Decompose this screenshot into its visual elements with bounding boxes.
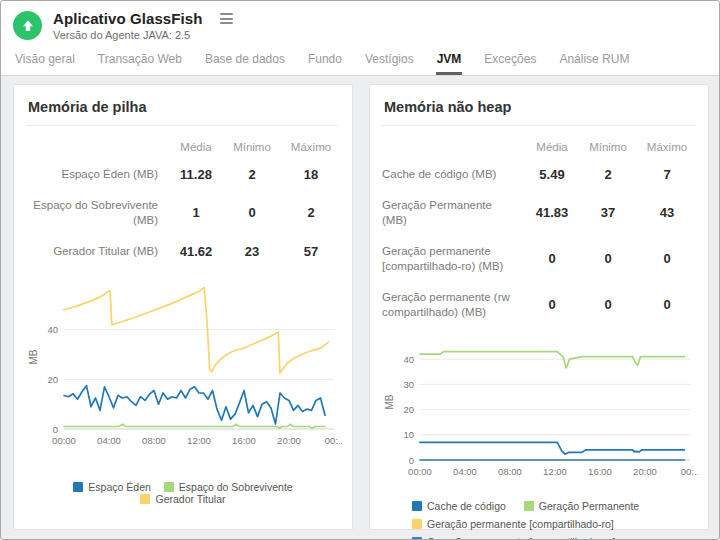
cell-value: 11.28 [170,167,222,182]
app-window: Aplicativo GlassFish Versão do Agente JA… [0,0,720,540]
cell-value: 0 [582,297,634,312]
cell-value: 2 [282,205,340,220]
tab-transa-o-web[interactable]: Transação Web [97,48,183,75]
cell-value: 0 [638,251,696,266]
nonheap-memory-table: MédiaMínimoMáximoCache de código (MB)5.4… [382,134,696,328]
nonheap-chart-legend: Cache de códigoGeração PermanenteGeração… [412,500,696,540]
legend-item[interactable]: Espaço Éden [73,481,150,493]
app-titles: Aplicativo GlassFish Versão do Agente JA… [53,10,235,41]
row-label: Cache de código (MB) [382,159,522,190]
cell-value: 0 [582,251,634,266]
legend-swatch [412,501,422,511]
tab-vest-gios[interactable]: Vestígios [364,48,415,75]
cell-value: 0 [226,205,278,220]
tab-exce-es[interactable]: Exceções [483,48,537,75]
svg-text:00:00: 00:00 [52,435,76,446]
app-brand: Aplicativo GlassFish Versão do Agente JA… [13,10,707,41]
svg-text:20:00: 20:00 [633,466,657,477]
tab-bar: Visão geralTransação WebBase de dadosFun… [13,48,707,75]
svg-text:40: 40 [403,353,414,364]
legend-item[interactable]: Geração Permanente [524,500,639,512]
page-title: Aplicativo GlassFish [53,10,203,27]
legend-item[interactable]: Espaço do Sobrevivente [164,481,293,493]
legend-label: Cache de código [427,500,506,512]
legend-swatch [73,482,83,492]
tab-fundo[interactable]: Fundo [307,48,343,75]
svg-text:00:..: 00:.. [681,466,698,477]
nonheap-memory-chart: 01020304000:0004:0008:0012:0016:0020:000… [382,338,698,484]
cell-value: 2 [226,167,278,182]
svg-text:30: 30 [403,378,414,389]
column-header: Média [526,134,578,159]
legend-label: Geração permanente [compartilhado-ro] [427,518,614,530]
row-label: Gerador Titular (MB) [26,236,166,267]
heap-memory-panel: Memória de pilha MédiaMínimoMáximoEspaço… [13,84,353,530]
cell-value: 5.49 [526,167,578,182]
svg-text:10: 10 [403,429,414,440]
svg-text:00:..: 00:.. [325,435,342,446]
svg-text:08:00: 08:00 [142,435,166,446]
cell-value: 41.83 [526,205,578,220]
legend-item[interactable]: Geração permanente [compartilhado-ro] [412,518,614,530]
legend-item[interactable]: Gerador Titular [140,493,225,505]
legend-item[interactable]: Geração permanente [compartilhado-rw] [412,536,616,540]
svg-text:MB: MB [384,394,395,409]
tab-base-de-dados[interactable]: Base de dados [204,48,286,75]
legend-label: Espaço do Sobrevivente [179,481,293,493]
column-header: Média [170,134,222,159]
heap-memory-table: MédiaMínimoMáximoEspaço Éden (MB)11.2821… [26,134,340,267]
svg-text:04:00: 04:00 [453,466,477,477]
arrow-up-icon [20,18,36,34]
cell-value: 0 [638,297,696,312]
svg-text:00:00: 00:00 [408,466,432,477]
svg-text:12:00: 12:00 [187,435,211,446]
legend-label: Geração Permanente [539,500,639,512]
row-label: Geração Permanente (MB) [382,190,522,236]
row-label: Espaço Éden (MB) [26,159,166,190]
svg-text:20: 20 [47,374,58,385]
svg-text:20: 20 [403,404,414,415]
legend-item[interactable]: Cache de código [412,500,506,512]
cell-value: 23 [226,244,278,259]
svg-text:MB: MB [28,349,39,364]
cell-value: 41.62 [170,244,222,259]
row-label: Geração permanente [compartilhado-ro) (M… [382,236,522,282]
cell-value: 18 [282,167,340,182]
cell-value: 1 [170,205,222,220]
svg-text:0: 0 [53,423,58,434]
tab-an-lise-rum[interactable]: Análise RUM [558,48,630,75]
tab-vis-o-geral[interactable]: Visão geral [14,48,76,75]
table-corner [26,140,166,153]
panel-title: Memória de pilha [26,97,340,126]
legend-swatch [412,537,422,540]
legend-label: Gerador Titular [155,493,225,505]
heap-memory-chart: 0204000:0004:0008:0012:0016:0020:0000:..… [26,277,342,453]
panel-title: Memória não heap [382,97,696,126]
svg-text:12:00: 12:00 [543,466,567,477]
svg-text:0: 0 [409,454,414,465]
cell-value: 2 [582,167,634,182]
cell-value: 7 [638,167,696,182]
legend-swatch [412,519,422,529]
svg-text:08:00: 08:00 [498,466,522,477]
cell-value: 43 [638,205,696,220]
svg-text:40: 40 [47,324,58,335]
legend-label: Geração permanente [compartilhado-rw] [427,536,616,540]
menu-icon[interactable] [218,11,235,26]
column-header: Máximo [282,134,340,159]
legend-label: Espaço Éden [88,481,150,493]
column-header: Mínimo [582,134,634,159]
cell-value: 0 [526,251,578,266]
legend-swatch [524,501,534,511]
svg-text:20:00: 20:00 [277,435,301,446]
app-status-icon [13,11,42,40]
heap-memory-chart-wrap: 0204000:0004:0008:0012:0016:0020:0000:..… [26,277,340,457]
column-header: Mínimo [226,134,278,159]
row-label: Geração permanente (rw compartilhado) (M… [382,282,522,328]
cell-value: 57 [282,244,340,259]
agent-version-label: Versão do Agente JAVA: 2.5 [53,29,235,41]
svg-text:04:00: 04:00 [97,435,121,446]
tab-jvm[interactable]: JVM [436,48,463,75]
cell-value: 37 [582,205,634,220]
nonheap-memory-panel: Memória não heap MédiaMínimoMáximoCache … [369,84,709,530]
